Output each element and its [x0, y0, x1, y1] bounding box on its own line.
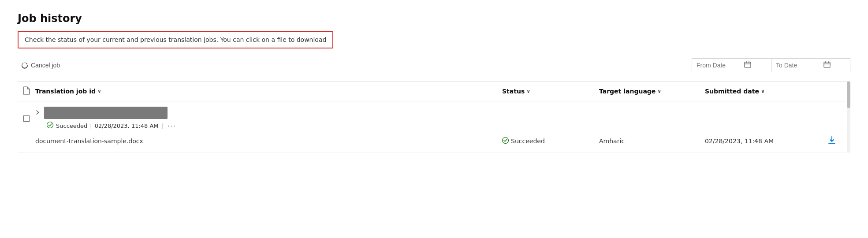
refresh-icon — [21, 62, 28, 69]
job-status-check-icon — [47, 122, 53, 130]
row-main-top — [35, 107, 502, 119]
select-all-cell — [18, 86, 35, 97]
page-title: Job history — [18, 12, 850, 25]
from-date-calendar-icon[interactable] — [744, 61, 751, 70]
file-target-language: Amharic — [599, 138, 705, 145]
cancel-job-label: Cancel job — [31, 62, 60, 69]
col-header-target-language[interactable]: Target language ∨ — [599, 88, 705, 95]
file-status-cell: Succeeded — [502, 137, 599, 145]
expand-chevron-icon[interactable] — [35, 110, 41, 116]
col-header-job-id[interactable]: Translation job id ∨ — [35, 88, 502, 95]
table-wrapper: Translation job id ∨ Status ∨ Target lan… — [18, 82, 850, 152]
col-job-id-sort-icon: ∨ — [97, 89, 101, 94]
job-status-row: Succeeded | 02/28/2023, 11:48 AM | ··· — [35, 122, 502, 130]
col-submitted-date-sort-icon: ∨ — [761, 89, 765, 94]
file-download-cell — [828, 136, 846, 146]
job-status-label: Succeeded — [56, 123, 87, 129]
file-status-check-icon — [502, 137, 509, 145]
svg-point-9 — [503, 137, 509, 143]
table-header: Translation job id ∨ Status ∨ Target lan… — [18, 82, 846, 101]
row-checkbox-cell — [18, 115, 35, 122]
col-submitted-date-label: Submitted date — [705, 88, 759, 95]
from-date-input[interactable] — [697, 62, 741, 69]
row-id-area: Succeeded | 02/28/2023, 11:48 AM | ··· — [35, 107, 502, 130]
job-status-separator: | — [90, 123, 92, 129]
job-more-button[interactable]: ··· — [166, 122, 178, 130]
scrollbar-thumb[interactable] — [847, 82, 850, 108]
document-icon — [22, 86, 30, 97]
svg-point-8 — [47, 122, 53, 128]
download-icon[interactable] — [828, 137, 835, 146]
date-filters — [692, 58, 850, 72]
file-submitted-date: 02/28/2023, 11:48 AM — [705, 138, 828, 145]
col-job-id-label: Translation job id — [35, 88, 96, 95]
page-container: Job history Check the status of your cur… — [0, 0, 868, 165]
from-date-wrapper — [692, 58, 771, 72]
file-name[interactable]: document-translation-sample.docx — [35, 138, 502, 145]
file-status-label: Succeeded — [511, 138, 545, 145]
col-status-sort-icon: ∨ — [526, 89, 530, 94]
to-date-wrapper — [771, 58, 850, 72]
cancel-job-button[interactable]: Cancel job — [18, 60, 63, 71]
col-target-lang-label: Target language — [599, 88, 656, 95]
job-status-date: 02/28/2023, 11:48 AM — [95, 123, 159, 129]
row-main-job: Succeeded | 02/28/2023, 11:48 AM | ··· — [18, 107, 846, 132]
toolbar: Cancel job — [18, 58, 850, 77]
row-checkbox[interactable] — [23, 115, 30, 122]
col-status-label: Status — [502, 88, 525, 95]
col-header-status[interactable]: Status ∨ — [502, 88, 599, 95]
table-row: Succeeded | 02/28/2023, 11:48 AM | ··· d… — [18, 101, 846, 152]
col-header-submitted-date[interactable]: Submitted date ∨ — [705, 88, 828, 95]
scrollbar-track — [847, 82, 850, 152]
info-banner: Check the status of your current and pre… — [18, 31, 333, 48]
job-id-redacted — [44, 107, 168, 119]
job-status-separator2: | — [161, 123, 163, 129]
row-sub-file: document-translation-sample.docx Succeed… — [18, 132, 846, 152]
svg-rect-0 — [745, 62, 751, 67]
col-target-lang-sort-icon: ∨ — [657, 89, 661, 94]
to-date-input[interactable] — [776, 62, 820, 69]
to-date-calendar-icon[interactable] — [823, 61, 831, 70]
svg-rect-4 — [824, 62, 830, 67]
